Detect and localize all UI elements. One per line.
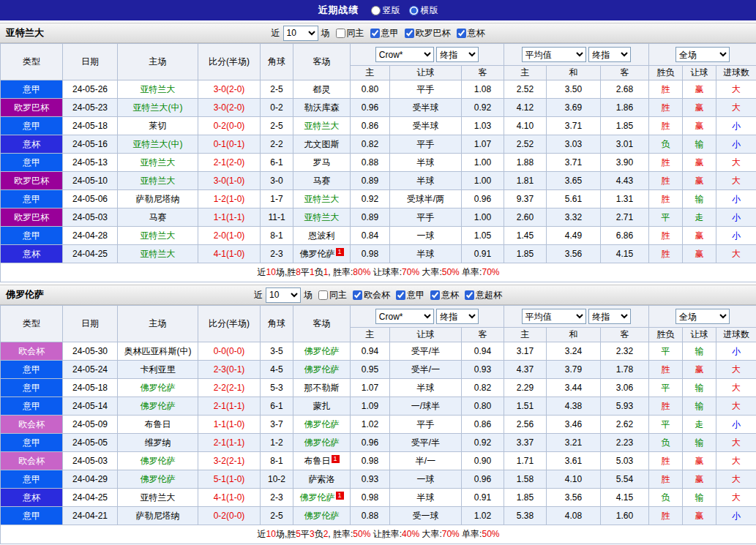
checkbox-input[interactable] <box>370 29 380 38</box>
odds-stage-select[interactable]: 终指 <box>436 47 479 62</box>
odds-cell: 3.21 <box>547 434 601 452</box>
odds-cell: 4.38 <box>547 397 601 416</box>
odds-cell: 3.24 <box>547 342 601 361</box>
average-select[interactable]: 平均值 <box>522 309 586 324</box>
filter-checkbox[interactable]: 意甲 <box>396 289 424 301</box>
team-link[interactable]: 布鲁日 <box>145 419 171 429</box>
team-link[interactable]: 亚特兰大 <box>141 230 176 241</box>
checkbox-input[interactable] <box>318 290 328 300</box>
team-link[interactable]: 萨勒尼塔纳 <box>136 511 180 521</box>
team-link[interactable]: 恩波利 <box>309 230 335 241</box>
team-link[interactable]: 佛罗伦萨 <box>304 511 340 521</box>
scope-select[interactable]: 全场 <box>675 47 730 62</box>
filter-checkbox[interactable]: 欧会杯 <box>353 289 390 301</box>
filter-checkbox[interactable]: 意杯 <box>430 289 459 301</box>
average-select[interactable]: 平均值 <box>522 47 586 62</box>
checkbox-input[interactable] <box>405 29 414 38</box>
filter-checkbox[interactable]: 欧罗巴杯 <box>405 27 451 40</box>
checkbox-input[interactable] <box>336 29 345 38</box>
odds-cell: 受球半/两 <box>390 190 462 208</box>
team-link[interactable]: 维罗纳 <box>145 437 171 448</box>
competition-badge: 欧罗巴杯 <box>1 208 63 227</box>
team-link[interactable]: 莱切 <box>149 121 167 131</box>
odds-stage-select2[interactable]: 终指 <box>588 309 631 324</box>
team-link[interactable]: 佛罗伦萨 <box>141 474 176 484</box>
result-cell: 胜 <box>649 117 683 135</box>
odds-cell: 受半球 <box>390 99 462 117</box>
layout-option-horizontal[interactable]: 横版 <box>409 4 438 17</box>
summary-value: 70% <box>402 267 419 277</box>
match-row: 意甲24-05-26亚特兰大3-0(2-0)2-5都灵0.80平手1.082.5… <box>1 80 756 99</box>
team-link[interactable]: 亚特兰大 <box>141 176 176 186</box>
odds-cell: 0.92 <box>462 99 504 117</box>
team-link[interactable]: 萨勒尼塔纳 <box>136 194 180 204</box>
checkbox-input[interactable] <box>353 290 362 300</box>
sub-header-home-euro: 主 <box>504 328 547 342</box>
odds-cell: 1.00 <box>462 154 504 172</box>
team-link[interactable]: 那不勒斯 <box>304 383 340 393</box>
team-link[interactable]: 亚特兰大 <box>141 157 176 168</box>
team-link[interactable]: 尤文图斯 <box>304 139 340 149</box>
team-link[interactable]: 佛罗伦萨 <box>304 437 340 448</box>
filter-checkbox[interactable]: 同主 <box>336 27 364 40</box>
match-count-select[interactable]: 10 <box>283 26 318 41</box>
bookmaker-select[interactable]: Crow* <box>375 309 434 324</box>
team-link[interactable]: 萨索洛 <box>309 474 335 484</box>
odds-stage-select2[interactable]: 终指 <box>588 47 631 62</box>
filter-checkbox[interactable]: 意超杯 <box>465 289 502 301</box>
team-link[interactable]: 卡利亚里 <box>141 364 176 375</box>
vertical-radio-input[interactable] <box>371 6 381 15</box>
team-link[interactable]: 马赛 <box>313 176 331 186</box>
result-cell: 平 <box>649 342 683 361</box>
team-link[interactable]: 亚特兰大 <box>304 121 340 131</box>
score-cell: 2-2(2-1) <box>198 379 261 397</box>
team-link[interactable]: 亚特兰大 <box>141 249 176 259</box>
team-link[interactable]: 佛罗伦萨 <box>141 456 176 466</box>
result-cell: 胜 <box>649 227 683 245</box>
filter-checkbox[interactable]: 意甲 <box>370 27 399 40</box>
matches-body: 意甲24-05-26亚特兰大3-0(2-0)2-5都灵0.80平手1.082.5… <box>1 80 756 263</box>
match-row: 意甲24-05-18佛罗伦萨2-2(2-1)5-3那不勒斯1.07半球0.822… <box>1 379 756 397</box>
team-link[interactable]: 都灵 <box>313 84 331 94</box>
checkbox-input[interactable] <box>396 290 405 300</box>
team-link[interactable]: 亚特兰大 <box>304 194 340 204</box>
checkbox-label: 欧会杯 <box>364 289 390 301</box>
match-date: 24-05-23 <box>63 99 118 117</box>
checkbox-input[interactable] <box>430 290 440 300</box>
team-link[interactable]: 罗马 <box>313 157 331 168</box>
summary-value: 1 <box>310 267 315 277</box>
team-link[interactable]: 佛罗伦萨 <box>304 346 340 356</box>
checkbox-input[interactable] <box>457 29 466 38</box>
team-link[interactable]: 佛罗伦萨 <box>300 249 335 259</box>
checkbox-input[interactable] <box>465 290 474 300</box>
team-link[interactable]: 佛罗伦萨 <box>304 364 340 375</box>
team-link[interactable]: 亚特兰大 <box>141 84 176 94</box>
team-link[interactable]: 奥林匹亚科斯(中) <box>124 346 192 356</box>
team-link[interactable]: 蒙扎 <box>313 401 331 411</box>
team-link[interactable]: 亚特兰大(中) <box>133 139 183 149</box>
bookmaker-select[interactable]: Crow* <box>375 47 434 62</box>
team-link[interactable]: 佛罗伦萨 <box>141 401 176 411</box>
team-link[interactable]: 佛罗伦萨 <box>300 492 335 503</box>
team-link[interactable]: 亚特兰大(中) <box>133 102 183 113</box>
filter-checkbox[interactable]: 同主 <box>318 289 347 301</box>
team-cell: 亚特兰大 <box>118 489 198 507</box>
result-cell: 小 <box>716 190 756 208</box>
odds-cell: 1.86 <box>601 99 649 117</box>
team-link[interactable]: 马赛 <box>149 212 167 222</box>
team-link[interactable]: 亚特兰大 <box>304 212 340 222</box>
team-link[interactable]: 佛罗伦萨 <box>141 383 176 393</box>
team-link[interactable]: 亚特兰大 <box>141 492 176 503</box>
filter-checkbox[interactable]: 意杯 <box>457 27 485 40</box>
result-cell: 赢 <box>683 361 716 379</box>
odds-cell: 半球 <box>390 154 462 172</box>
scope-select[interactable]: 全场 <box>675 309 730 324</box>
odds-cell: 1.02 <box>351 416 390 434</box>
team-link[interactable]: 布鲁日 <box>304 456 331 466</box>
match-count-select[interactable]: 10 <box>266 287 301 303</box>
layout-option-vertical[interactable]: 竖版 <box>371 4 400 17</box>
team-link[interactable]: 勒沃库森 <box>304 102 340 113</box>
horizontal-radio-input[interactable] <box>409 6 419 15</box>
odds-stage-select[interactable]: 终指 <box>436 309 479 324</box>
team-link[interactable]: 佛罗伦萨 <box>304 419 340 429</box>
